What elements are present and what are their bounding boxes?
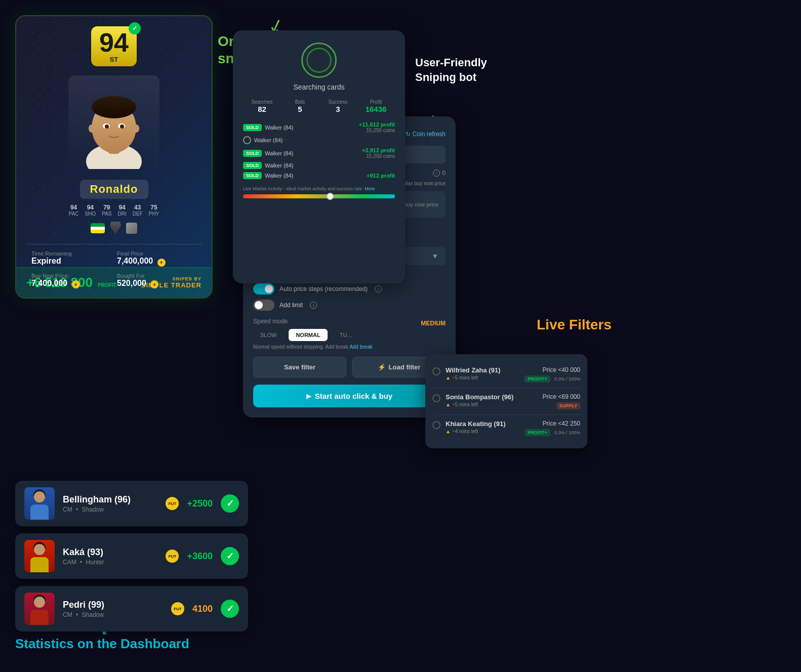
- add-limit-toggle[interactable]: [253, 300, 274, 311]
- bids-label: Bids: [281, 99, 319, 105]
- filter-price: Price <42 250: [525, 420, 580, 427]
- stat-sho: 94SHO: [85, 204, 96, 217]
- filter-percent: 0.3% / 100%: [554, 376, 580, 382]
- auto-price-info-icon: i: [375, 285, 382, 292]
- market-bar-thumb: [327, 193, 334, 200]
- callout-orange-text: Live Filters: [537, 317, 612, 332]
- coin-icon-3: ¢: [150, 280, 158, 288]
- callout-white: User-Friendly Sniping bot: [415, 56, 487, 85]
- advanced-settings: Auto price steps (recommended) i Add lim…: [253, 283, 446, 311]
- snipe-avatar-pedri: [24, 593, 55, 625]
- success-label: Success: [319, 99, 357, 105]
- snipe-list: Bellingham (96) CM • Shadow FUT +2500 ✓ …: [15, 481, 248, 632]
- stat-def: 43DEF: [133, 204, 143, 217]
- searches-value: 82: [243, 105, 281, 113]
- speed-row: SLOW NORMAL TU…: [253, 329, 446, 341]
- snipe-item-bellingham: Bellingham (96) CM • Shadow FUT +2500 ✓: [15, 481, 248, 526]
- card-info-grid: Time Remaining Expired Final Price 7,400…: [26, 250, 202, 288]
- searching-panel: Searching cards Searches 82 Bids 5 Succe…: [233, 30, 405, 283]
- search-list: SOLD Walker (84) +11,612 profit 15,250 c…: [243, 121, 395, 179]
- speed-normal[interactable]: NORMAL: [289, 329, 327, 341]
- add-limit-label: Add limit: [279, 302, 303, 309]
- fut-badge: FUT: [171, 602, 184, 615]
- search-stats-row: Searches 82 Bids 5 Success 3 Profit 1643…: [243, 99, 395, 113]
- filter-tag: SUPPLY: [556, 402, 580, 409]
- filter-item-content: Khiara Keating (91) ▲ ~4 mins left: [446, 420, 519, 434]
- speed-note: Normal speed without stopping. Add break…: [253, 344, 446, 350]
- check-circle-icon: ✓: [221, 600, 239, 618]
- profit-label: Profit: [357, 99, 395, 105]
- bids-value: 5: [281, 105, 319, 113]
- bolt-icon: ⚡: [378, 363, 386, 371]
- filter-checkbox[interactable]: [432, 421, 440, 429]
- card-rating-box: ✓ 94 ST: [91, 26, 137, 66]
- live-filters-panel: Wilfried Zaha (91) ▲ ~5 mins left Price …: [425, 354, 587, 448]
- success-value: 3: [319, 105, 357, 113]
- filter-checkbox[interactable]: [432, 394, 440, 402]
- callout-white-line1: User-Friendly: [415, 56, 487, 69]
- save-filter-button[interactable]: Save filter: [253, 357, 346, 377]
- auto-price-toggle[interactable]: [253, 283, 274, 295]
- check-icon: ✓: [129, 22, 141, 34]
- card-player-image: [68, 75, 159, 172]
- play-icon: ▶: [306, 393, 311, 400]
- add-limit-info-icon: i: [310, 302, 317, 309]
- unsold-badge: [243, 136, 251, 144]
- coin-refresh-label: Coin refresh: [413, 131, 446, 138]
- live-filter-item: Khiara Keating (91) ▲ ~4 mins left Price…: [432, 415, 580, 441]
- start-label: Start auto click & buy: [315, 392, 392, 400]
- bought-for-label: Bought For: [117, 273, 196, 279]
- check-circle-icon: ✓: [221, 494, 239, 513]
- list-item: SOLD Walker (84) +3,912 profit 15,250 co…: [243, 147, 395, 159]
- snipe-info: Bellingham (96) CM • Shadow: [63, 494, 157, 513]
- more-link[interactable]: More: [365, 186, 375, 191]
- snipe-info: Pedri (99) CM • Shadow: [63, 600, 163, 618]
- callout-white-line2: Sniping bot: [415, 71, 476, 83]
- svg-point-8: [89, 124, 95, 133]
- stat-profit: Profit 16436: [357, 99, 395, 113]
- speed-slow[interactable]: SLOW: [253, 329, 284, 341]
- searching-title: Searching cards: [243, 83, 395, 91]
- check-circle-icon: ✓: [221, 547, 239, 565]
- body-icon: [30, 505, 49, 520]
- filter-tag: PROFIT+: [525, 375, 550, 383]
- body-icon: [30, 557, 49, 572]
- callout-cyan: Statistics on the Dashboard: [15, 636, 189, 652]
- sold-badge: SOLD: [243, 150, 262, 157]
- live-filter-item: Sonia Bompastor (96) ▲ ~5 mins left Pric…: [432, 388, 580, 415]
- snipe-meta: CM • Shadow: [63, 611, 163, 618]
- filter-price: Price <69 000: [543, 393, 580, 400]
- list-item: SOLD Walker (84) +11,612 profit 15,250 c…: [243, 121, 395, 133]
- svg-point-3: [92, 96, 136, 118]
- filter-player-name: Sonia Bompastor (96): [446, 393, 538, 401]
- callout-orange: Live Filters: [537, 316, 612, 333]
- stat-bids: Bids 5: [281, 99, 319, 113]
- start-button[interactable]: ▶ Start auto click & buy: [253, 385, 446, 407]
- card-stats-row: 94PAC 94SHO 79PAS 94DRI 43DEF 75PHY: [69, 204, 159, 217]
- chevron-down-icon: ▼: [431, 252, 438, 260]
- add-break-link[interactable]: Add break: [349, 344, 373, 350]
- final-price-block: Final Price 7,400,000 ¢: [117, 250, 196, 267]
- stat-searches: Searches 82: [243, 99, 281, 113]
- sold-badge: SOLD: [243, 124, 262, 131]
- time-remaining-value: Expired: [31, 257, 111, 266]
- filter-item-content: Sonia Bompastor (96) ▲ ~5 mins left: [446, 393, 538, 407]
- filter-price: Price <40 000: [525, 366, 580, 373]
- searches-label: Searches: [243, 99, 281, 105]
- fut-badge: FUT: [166, 497, 179, 510]
- coin-refresh-link[interactable]: ↻ Coin refresh: [406, 131, 446, 138]
- snipe-info: Kaká (93) CAM • Hunter: [63, 547, 157, 566]
- list-item: SOLD Walker (84): [243, 162, 395, 169]
- flag-brazil-icon: [91, 223, 105, 233]
- speed-turbo[interactable]: TU…: [333, 329, 360, 341]
- callout-cyan-text: Statistics on the Dashboard: [15, 636, 189, 651]
- body-icon: [30, 610, 49, 625]
- bought-for-block: Bought For 520,000 ¢: [117, 273, 196, 289]
- snipe-name: Pedri (99): [63, 600, 163, 610]
- buy-now-block: Buy Now Price: 7,400,000 ¢: [31, 273, 111, 289]
- stat-phy: 75PHY: [149, 204, 159, 217]
- filter-checkbox[interactable]: [432, 367, 440, 375]
- card-player-name: Ronaldo: [90, 183, 138, 196]
- live-market-bar: Live Market Activity - Ideal market acti…: [243, 186, 395, 191]
- market-bar-track: [243, 194, 395, 198]
